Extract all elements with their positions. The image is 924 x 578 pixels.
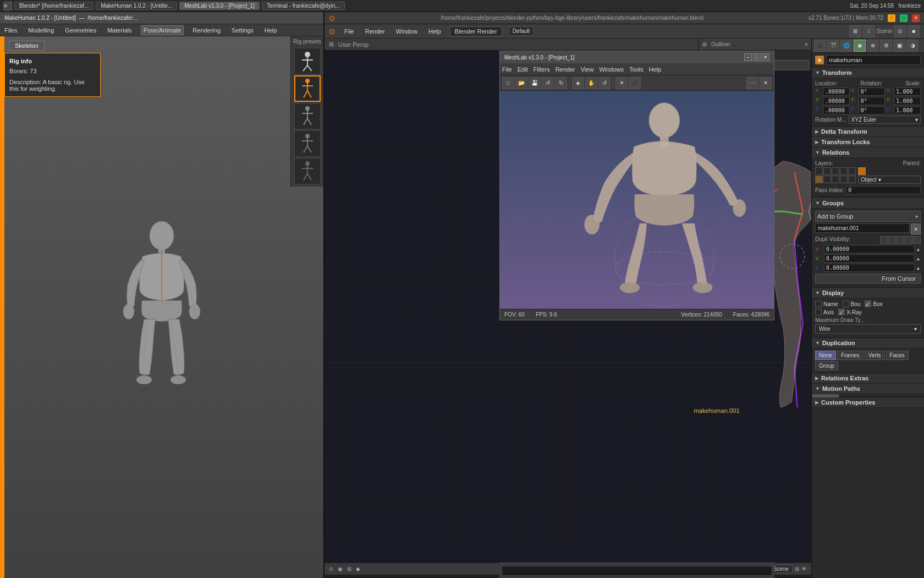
dupli-x-field[interactable] (824, 245, 915, 253)
mh-menu-materials[interactable]: Materials (105, 26, 134, 35)
axis-checkbox[interactable] (815, 309, 822, 315)
layer-3[interactable] (832, 167, 839, 175)
wire-dropdown[interactable]: Wire ▾ (815, 324, 921, 334)
vp-icon-view[interactable]: ⊙ (329, 566, 333, 572)
loc-z-field[interactable] (823, 106, 850, 114)
object-name-field[interactable]: makehuman (826, 55, 921, 65)
bl-menu-window[interactable]: Window (394, 27, 420, 36)
bou-checkbox[interactable] (843, 301, 849, 307)
transform-locks-toggle[interactable]: ▶ Transform Locks (812, 137, 924, 148)
ml-menu-filters[interactable]: Filters (534, 66, 550, 73)
dup-group-btn[interactable]: Group (815, 361, 838, 370)
pass-index-field[interactable] (846, 186, 921, 194)
si-data-icon[interactable]: ▣ (893, 40, 905, 52)
dupli-z-field[interactable] (824, 264, 915, 272)
layer-9[interactable] (840, 176, 848, 183)
bl-hdr-icon-2[interactable]: ↕ (863, 25, 875, 37)
ml-tool-select[interactable]: ◈ (572, 77, 584, 89)
layer-8[interactable] (832, 176, 839, 183)
ml-tool-light[interactable]: ☀ (615, 77, 628, 89)
rig-preset-3[interactable] (294, 103, 321, 129)
dv-sq-3[interactable] (897, 236, 904, 244)
mh-menu-settings[interactable]: Settings (229, 26, 256, 35)
ml-close-btn[interactable]: ✕ (762, 53, 769, 61)
ml-tool-pan[interactable]: ✋ (585, 77, 597, 89)
duplication-section-toggle[interactable]: ▼ Duplication (812, 338, 924, 348)
groups-toggle[interactable]: ▼ Groups (812, 198, 924, 209)
viewport-type-icon[interactable]: ⊞ (329, 41, 334, 48)
bl-layout-selector[interactable]: Default (509, 26, 534, 36)
add-to-group-btn[interactable]: Add to Group + (815, 211, 921, 222)
mh-menu-poseanimate[interactable]: Pose/Animate (141, 25, 184, 35)
taskbar-app-blender[interactable]: Blender* [/home/frankiezaf... (14, 2, 94, 10)
ml-menu-edit[interactable]: Edit (518, 66, 528, 73)
ml-restore-btn[interactable]: □ (753, 53, 761, 61)
taskbar-app-terminal[interactable]: Terminal - frankiezafe@dyin... (262, 2, 344, 10)
bl-close-btn[interactable]: ✕ (912, 14, 920, 22)
ml-tool-rotate[interactable]: ↺ (598, 77, 610, 89)
si-material-icon[interactable]: ◑ (906, 40, 919, 52)
rig-preset-5[interactable] (294, 158, 321, 184)
si-object-icon[interactable]: ◉ (854, 40, 866, 52)
rot-x-field[interactable] (859, 88, 886, 96)
meshlab-input-field[interactable] (502, 566, 772, 576)
mh-menu-modelling[interactable]: Modelling (26, 26, 56, 35)
bl-menu-file[interactable]: File (342, 27, 356, 36)
mh-menu-help[interactable]: Help (262, 26, 279, 35)
ml-tool-open[interactable]: 📂 (515, 77, 527, 89)
ml-menu-render[interactable]: Render (556, 66, 575, 73)
dup-verts-btn[interactable]: Verts (865, 351, 885, 360)
scale-z-field[interactable] (894, 106, 921, 114)
vp-view-icon[interactable]: 👁 (801, 566, 807, 572)
bl-hdr-icon-4[interactable]: ■ (908, 25, 920, 37)
rot-y-field[interactable] (859, 97, 886, 105)
ml-tool-new[interactable]: □ (502, 77, 514, 89)
box-checkbox[interactable]: ✓ (865, 301, 871, 307)
relations-extras-toggle[interactable]: ▶ Relations Extras (812, 373, 924, 384)
dupli-y-field[interactable] (824, 254, 915, 263)
scale-y-field[interactable] (894, 97, 921, 105)
si-render-icon[interactable]: ⬛ (814, 40, 826, 52)
layer-6[interactable] (815, 176, 823, 183)
bl-menu-help[interactable]: Help (426, 27, 443, 36)
group-name-field[interactable] (815, 223, 910, 233)
layer-1[interactable] (815, 167, 823, 175)
skeleton-tab[interactable]: Skeleton (7, 39, 47, 53)
bl-maximize-btn[interactable]: □ (900, 14, 908, 22)
ml-tool-render[interactable]: ⬛ (629, 77, 641, 89)
mh-menu-geometries[interactable]: Geometries (63, 26, 98, 35)
si-constraint-icon[interactable]: ⊕ (867, 40, 879, 52)
mh-menu-rendering[interactable]: Rendering (190, 26, 223, 35)
bl-minimize-btn[interactable]: − (888, 14, 895, 22)
loc-y-field[interactable] (823, 97, 850, 105)
layer-10[interactable] (848, 176, 856, 183)
vp-grid-icon[interactable]: ⊞ (795, 566, 799, 572)
dv-sq-2[interactable] (888, 236, 896, 244)
rig-preset-2[interactable] (294, 75, 321, 102)
transform-section-toggle[interactable]: ▼ Transform (812, 68, 924, 78)
vp-icon-object[interactable]: ◆ (356, 566, 360, 572)
from-cursor-btn[interactable]: From Cursor (815, 274, 921, 283)
ml-tool-redo[interactable]: ↻ (555, 77, 567, 89)
layer-2[interactable] (823, 167, 831, 175)
mh-menu-files[interactable]: Files (2, 26, 19, 35)
dup-none-btn[interactable]: None (815, 351, 836, 360)
dv-sq-5[interactable] (913, 236, 921, 244)
motion-paths-toggle[interactable]: ▼ Motion Paths (812, 384, 924, 394)
dv-sq-4[interactable] (905, 236, 912, 244)
dupli-y-inc[interactable]: ▲ (916, 256, 921, 261)
dupli-z-inc[interactable]: ▲ (916, 265, 921, 271)
bl-hdr-icon-3[interactable]: ⊙ (894, 25, 906, 37)
dup-faces-btn[interactable]: Faces (886, 351, 909, 360)
os-menu-btn[interactable]: ≡ (3, 2, 12, 10)
si-modifier-icon[interactable]: ⚙ (880, 40, 892, 52)
ml-menu-view[interactable]: View (581, 66, 594, 73)
ml-tool-save[interactable]: 💾 (529, 77, 541, 89)
custom-props-toggle[interactable]: ▶ Custom Properties (812, 397, 924, 408)
relations-toggle[interactable]: ▼ Relations (812, 148, 924, 158)
bl-engine-selector[interactable]: Blender Render (450, 26, 502, 36)
dupli-x-inc[interactable]: ▲ (916, 247, 921, 252)
parent-dropdown[interactable]: Object ▾ (858, 176, 921, 184)
ml-tool-close[interactable]: ✕ (760, 77, 772, 89)
dv-sq-1[interactable] (880, 236, 888, 244)
